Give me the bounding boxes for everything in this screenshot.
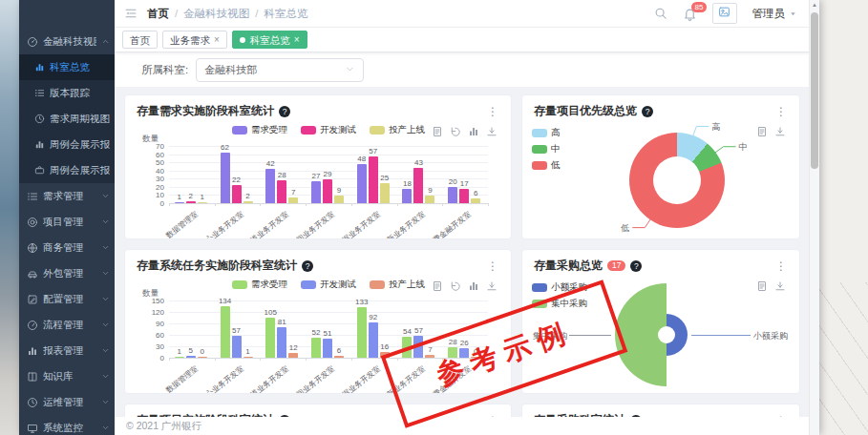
doc-icon[interactable]	[432, 126, 443, 137]
download-icon[interactable]	[774, 280, 786, 292]
breadcrumb-home[interactable]: 首页	[147, 7, 169, 21]
sidebar-item-商务管理[interactable]: 商务管理	[19, 235, 115, 260]
legend-label: 投产上线	[389, 124, 425, 136]
sidebar-item-label: 需求周期视图	[50, 113, 110, 126]
scrollbar-thumb[interactable]	[811, 12, 818, 169]
bar-value: 1	[237, 347, 260, 356]
sidebar-item-科室总览[interactable]: 科室总览	[19, 54, 115, 80]
sidebar-item-label: 运维管理	[43, 396, 96, 409]
doc-icon[interactable]	[756, 280, 768, 292]
sidebar-item-知识库[interactable]: 知识库	[19, 363, 115, 389]
card-demand-stage-chart: 存量需求实施阶段科室统计?⋮需求受理开发测试投产上线数量010203040506…	[124, 94, 512, 239]
card-menu-dots-icon[interactable]: ⋮	[773, 259, 790, 273]
sidebar-item-周例会展示报表-项目[interactable]: 周例会展示报表-项目	[19, 132, 115, 157]
user-menu[interactable]: 管理员	[752, 7, 799, 21]
avatar[interactable]	[712, 3, 737, 24]
sidebar-item-需求管理[interactable]: 需求管理	[19, 183, 115, 209]
legend-item-开发测试[interactable]: 开发测试	[301, 124, 356, 136]
x-tick	[306, 203, 307, 206]
legend-item-投产上线[interactable]: 投产上线	[370, 124, 425, 136]
sidebar-item-周例会展示报表-采购[interactable]: 周例会展示报表-采购	[19, 157, 115, 183]
bar-chart-icon	[34, 62, 45, 72]
help-icon[interactable]: ?	[279, 106, 290, 117]
card-menu-dots-icon[interactable]: ⋮	[485, 105, 501, 118]
sidebar-item-流程管理[interactable]: 流程管理	[19, 312, 115, 338]
tab-label: 首页	[130, 32, 150, 48]
breadcrumb-fintech-view[interactable]: 金融科技视图	[183, 7, 249, 21]
tab-业务需求[interactable]: 业务需求×	[162, 31, 227, 49]
bar-value: 1	[191, 193, 214, 201]
y-tick-label: 30	[141, 342, 164, 351]
chart-toolbox	[432, 126, 498, 137]
legend-label: 开发测试	[320, 124, 356, 136]
tab-科室总览[interactable]: 科室总览×	[232, 31, 307, 49]
x-tick	[306, 358, 307, 361]
download-icon[interactable]	[486, 126, 498, 137]
legend-item-投产上线[interactable]: 投产上线	[370, 279, 425, 291]
chevron-down-icon	[101, 242, 110, 254]
scrollbar-up-arrow[interactable]: ▲	[810, 2, 819, 8]
restore-icon[interactable]	[450, 280, 461, 292]
sidebar-item-金融科技视图[interactable]: 金融科技视图	[19, 29, 115, 54]
user-name: 管理员	[752, 7, 786, 21]
x-tick	[169, 358, 170, 361]
bar-value: 17	[453, 179, 476, 188]
sidebar-item-label: 系统监控	[43, 422, 96, 435]
doc-icon[interactable]	[432, 280, 443, 292]
help-icon[interactable]: ?	[630, 260, 642, 272]
hamburger-icon[interactable]	[124, 7, 138, 20]
grid-line	[169, 312, 488, 313]
sidebar-item-label: 版本跟踪	[50, 87, 110, 100]
scrollbar[interactable]: ▲	[809, 0, 819, 435]
dashboard-icon	[27, 36, 38, 48]
x-tick	[442, 203, 443, 206]
restore-icon[interactable]	[450, 126, 461, 137]
sidebar-item-运维管理[interactable]: 运维管理	[19, 389, 115, 415]
filter-panel: 所属科室: 金融科技部	[115, 52, 810, 87]
magic-bar-icon[interactable]	[468, 126, 479, 137]
notifications[interactable]: 85	[683, 7, 697, 21]
pie-leader-lines: 高中低	[522, 121, 799, 238]
download-icon[interactable]	[486, 280, 498, 292]
sidebar-item-版本跟踪[interactable]: 版本跟踪	[19, 80, 115, 106]
sidebar-item-需求周期视图[interactable]: 需求周期视图	[19, 106, 115, 132]
caret-down-icon	[788, 9, 798, 19]
card-menu-dots-icon[interactable]: ⋮	[485, 259, 501, 273]
x-tick	[169, 203, 170, 206]
gauge-icon	[27, 320, 38, 331]
bar-chart-icon	[34, 139, 45, 150]
sidebar-item-系统监控[interactable]: 系统监控	[19, 415, 115, 435]
legend-item-需求受理[interactable]: 需求受理	[232, 279, 287, 291]
help-icon[interactable]: ?	[642, 106, 653, 117]
sidebar-item-外包管理[interactable]: 外包管理	[19, 260, 115, 286]
bar-value: 28	[270, 171, 293, 179]
magic-bar-icon[interactable]	[468, 280, 479, 292]
bar-value: 0	[191, 347, 214, 356]
search-icon[interactable]	[654, 7, 667, 20]
grid-line	[169, 323, 488, 324]
department-select[interactable]: 金融科技部	[196, 58, 364, 82]
x-tick	[215, 203, 216, 206]
x-tick	[260, 358, 261, 361]
legend-item-开发测试[interactable]: 开发测试	[301, 279, 356, 291]
bar-value: 9	[328, 186, 350, 195]
card-header: 存量系统任务实施阶段科室统计?⋮	[125, 250, 511, 276]
legend-swatch	[370, 126, 385, 135]
bar-开发测试	[186, 356, 196, 358]
chart-demand-stage-chart: 需求受理开发测试投产上线数量01020304050607016242274818…	[125, 121, 511, 238]
tab-label: 业务需求	[170, 32, 210, 48]
tab-首页[interactable]: 首页	[122, 31, 158, 49]
close-icon[interactable]: ×	[294, 32, 300, 48]
card-title: 存量系统任务实施阶段科室统计	[137, 258, 297, 274]
close-icon[interactable]: ×	[214, 32, 220, 48]
legend-swatch	[370, 280, 385, 289]
card-menu-dots-icon[interactable]: ⋮	[773, 105, 790, 118]
sidebar-item-配置管理[interactable]: 配置管理	[19, 286, 115, 312]
legend-label: 需求受理	[251, 279, 287, 291]
sidebar-item-报表管理[interactable]: 报表管理	[19, 338, 115, 363]
legend-item-需求受理[interactable]: 需求受理	[232, 124, 287, 136]
help-icon[interactable]: ?	[302, 260, 313, 272]
book-icon	[27, 371, 38, 383]
sidebar-item-项目管理[interactable]: 项目管理	[19, 209, 115, 235]
bar-value: 6	[328, 346, 350, 355]
